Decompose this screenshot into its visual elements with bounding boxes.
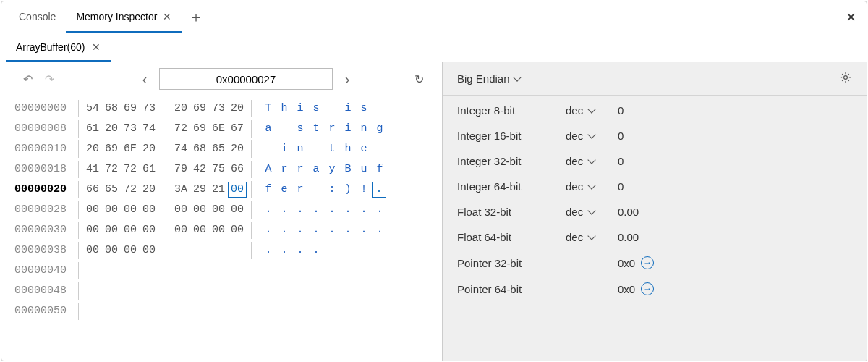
- ascii-char[interactable]: f: [372, 159, 388, 180]
- ascii-char[interactable]: .: [372, 220, 388, 240]
- ascii-char[interactable]: t: [324, 139, 340, 159]
- hex-byte[interactable]: 41: [83, 159, 102, 180]
- ascii-char[interactable]: a: [308, 159, 324, 180]
- hex-byte[interactable]: 61: [140, 159, 158, 180]
- ascii-char[interactable]: .: [372, 200, 388, 220]
- hex-byte[interactable]: 72: [121, 159, 140, 180]
- ascii-char[interactable]: .: [292, 240, 308, 261]
- ascii-char[interactable]: .: [356, 200, 372, 220]
- hex-offset[interactable]: 00000018: [14, 159, 74, 180]
- ascii-char[interactable]: ): [340, 180, 356, 200]
- hex-offset[interactable]: 00000020: [14, 180, 74, 200]
- ascii-char[interactable]: [308, 139, 324, 159]
- format-dropdown[interactable]: dec: [566, 104, 618, 117]
- hex-byte[interactable]: 20: [140, 180, 158, 200]
- hex-byte[interactable]: 66: [83, 180, 102, 200]
- undo-button[interactable]: ↶: [17, 69, 38, 89]
- hex-byte[interactable]: 20: [102, 119, 121, 139]
- hex-byte[interactable]: 3A: [171, 180, 190, 200]
- hex-byte[interactable]: 20: [171, 98, 190, 119]
- hex-byte[interactable]: 20: [140, 139, 158, 159]
- hex-byte[interactable]: 00: [190, 220, 209, 240]
- ascii-char[interactable]: [276, 119, 292, 139]
- ascii-char[interactable]: .: [356, 220, 372, 240]
- ascii-char[interactable]: .: [292, 220, 308, 240]
- ascii-char[interactable]: .: [276, 220, 292, 240]
- ascii-char[interactable]: :: [324, 180, 340, 200]
- hex-byte[interactable]: 67: [228, 119, 247, 139]
- ascii-char[interactable]: n: [292, 139, 308, 159]
- ascii-char[interactable]: .: [340, 200, 356, 220]
- hex-offset[interactable]: 00000040: [14, 261, 74, 281]
- ascii-char[interactable]: i: [292, 98, 308, 119]
- hex-byte[interactable]: 79: [171, 159, 190, 180]
- hex-byte[interactable]: 00: [228, 182, 247, 198]
- ascii-char[interactable]: f: [260, 180, 276, 200]
- ascii-char[interactable]: i: [276, 139, 292, 159]
- hex-byte[interactable]: 00: [140, 240, 158, 261]
- close-window-button[interactable]: ✕: [835, 1, 867, 33]
- hex-dump[interactable]: 000000005468697320697320This is 00000008…: [1, 96, 442, 329]
- ascii-char[interactable]: .: [276, 240, 292, 261]
- ascii-char[interactable]: .: [308, 220, 324, 240]
- hex-byte[interactable]: 72: [171, 119, 190, 139]
- ascii-char[interactable]: A: [260, 159, 276, 180]
- tab-console[interactable]: Console: [9, 1, 66, 33]
- hex-byte[interactable]: 20: [228, 139, 247, 159]
- ascii-char[interactable]: i: [340, 98, 356, 119]
- ascii-char[interactable]: [324, 98, 340, 119]
- format-dropdown[interactable]: dec: [566, 155, 618, 167]
- ascii-char[interactable]: .: [276, 200, 292, 220]
- ascii-char[interactable]: s: [308, 98, 324, 119]
- hex-byte[interactable]: 20: [228, 98, 247, 119]
- hex-byte[interactable]: 00: [190, 200, 209, 220]
- hex-byte[interactable]: 00: [228, 220, 247, 240]
- ascii-char[interactable]: [372, 98, 388, 119]
- format-dropdown[interactable]: dec: [566, 130, 618, 142]
- new-tab-button[interactable]: ＋: [182, 1, 210, 33]
- hex-offset[interactable]: 00000038: [14, 240, 74, 261]
- hex-byte[interactable]: 73: [209, 98, 228, 119]
- subtab-0[interactable]: ArrayBuffer(60)✕: [6, 33, 111, 62]
- hex-byte[interactable]: 65: [102, 180, 121, 200]
- ascii-char[interactable]: .: [260, 240, 276, 261]
- hex-offset[interactable]: 00000010: [14, 139, 74, 159]
- close-icon[interactable]: ✕: [92, 41, 101, 53]
- hex-byte[interactable]: 66: [228, 159, 247, 180]
- hex-byte[interactable]: 72: [102, 159, 121, 180]
- ascii-char[interactable]: t: [308, 119, 324, 139]
- format-dropdown[interactable]: dec: [566, 206, 618, 218]
- ascii-char[interactable]: e: [276, 180, 292, 200]
- ascii-char[interactable]: .: [372, 182, 386, 198]
- hex-byte[interactable]: 00: [102, 200, 121, 220]
- hex-byte[interactable]: 00: [171, 200, 190, 220]
- hex-byte[interactable]: 29: [190, 180, 209, 200]
- ascii-char[interactable]: .: [324, 220, 340, 240]
- ascii-char[interactable]: i: [340, 119, 356, 139]
- ascii-char[interactable]: h: [340, 139, 356, 159]
- hex-byte[interactable]: 75: [209, 159, 228, 180]
- ascii-char[interactable]: .: [308, 200, 324, 220]
- hex-byte[interactable]: 00: [171, 220, 190, 240]
- hex-byte[interactable]: 61: [83, 119, 102, 139]
- ascii-char[interactable]: e: [356, 139, 372, 159]
- hex-offset[interactable]: 00000030: [14, 220, 74, 240]
- jump-to-address-icon[interactable]: →: [641, 256, 654, 269]
- hex-byte[interactable]: 00: [209, 200, 228, 220]
- hex-byte[interactable]: 00: [121, 240, 140, 261]
- ascii-char[interactable]: y: [324, 159, 340, 180]
- hex-byte[interactable]: 00: [83, 220, 102, 240]
- hex-byte[interactable]: 42: [190, 159, 209, 180]
- ascii-char[interactable]: s: [292, 119, 308, 139]
- hex-byte[interactable]: 20: [83, 139, 102, 159]
- hex-byte[interactable]: 69: [121, 98, 140, 119]
- close-icon[interactable]: ✕: [163, 11, 171, 22]
- ascii-char[interactable]: g: [372, 119, 388, 139]
- hex-offset[interactable]: 00000050: [14, 301, 74, 321]
- hex-byte[interactable]: 6E: [121, 139, 140, 159]
- ascii-char[interactable]: T: [260, 98, 276, 119]
- hex-byte[interactable]: 21: [209, 180, 228, 200]
- hex-offset[interactable]: 00000028: [14, 200, 74, 220]
- ascii-char[interactable]: .: [260, 200, 276, 220]
- hex-byte[interactable]: 74: [140, 119, 158, 139]
